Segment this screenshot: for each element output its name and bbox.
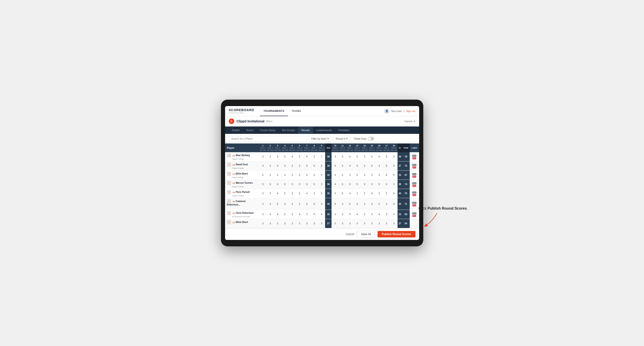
hole-10-score[interactable]: 3 bbox=[332, 219, 339, 228]
hole-12-score[interactable]: 3 bbox=[346, 162, 354, 171]
hole-15-score[interactable]: 5 bbox=[368, 162, 376, 171]
hole-17-score[interactable]: 6 bbox=[383, 171, 390, 180]
hole-11-score[interactable]: 5 bbox=[339, 189, 346, 198]
hole-2-score[interactable]: 3 bbox=[266, 219, 274, 228]
hole-12-score[interactable]: 3 bbox=[346, 219, 354, 228]
tab-printables[interactable]: Printables bbox=[335, 127, 353, 134]
hole-1-score[interactable]: 3 bbox=[259, 219, 266, 228]
hole-10-score[interactable]: 6 bbox=[332, 198, 339, 210]
hole-17-score[interactable]: 3 bbox=[383, 210, 390, 219]
hole-8-score[interactable]: 5 bbox=[310, 171, 318, 180]
hole-8-score[interactable]: 3 bbox=[310, 152, 318, 162]
hole-14-score[interactable]: 4 bbox=[361, 180, 368, 189]
hole-2-score[interactable]: 4 bbox=[266, 198, 274, 210]
cancel-tournament-btn[interactable]: Cancel ✕ bbox=[404, 120, 415, 123]
hole-17-score[interactable]: 5 bbox=[383, 189, 390, 198]
tab-course-setup[interactable]: Course Setup bbox=[257, 127, 279, 134]
hole-6-score[interactable]: 3 bbox=[296, 162, 303, 171]
hole-7-score[interactable]: 6 bbox=[303, 171, 310, 180]
tab-results[interactable]: Results bbox=[298, 127, 313, 134]
hole-16-score[interactable]: 5 bbox=[376, 198, 383, 210]
hole-7-score[interactable]: 6 bbox=[303, 152, 310, 162]
round-dropdown[interactable]: Round 3 ▾ bbox=[333, 136, 350, 142]
hole-10-score[interactable]: 4 bbox=[332, 180, 339, 189]
hole-9-score[interactable]: 3 bbox=[318, 219, 325, 228]
hole-4-score[interactable]: 5 bbox=[281, 189, 288, 198]
wd-badge[interactable]: WD bbox=[412, 173, 416, 175]
hole-6-score[interactable]: 3 bbox=[296, 152, 303, 162]
hole-13-score[interactable]: 3 bbox=[354, 189, 361, 198]
hole-1-score[interactable]: 3 bbox=[259, 210, 266, 219]
hole-9-score[interactable]: 4 bbox=[318, 210, 325, 219]
hole-2-score[interactable]: 4 bbox=[266, 210, 274, 219]
hole-1-score[interactable]: 4 bbox=[259, 198, 266, 210]
hole-2-score[interactable]: 3 bbox=[266, 180, 274, 189]
hole-13-score[interactable]: 4 bbox=[354, 210, 361, 219]
dq-badge[interactable]: DQ bbox=[412, 157, 416, 159]
hole-6-score[interactable]: 5 bbox=[296, 189, 303, 198]
hole-2-score[interactable]: 3 bbox=[266, 162, 274, 171]
hole-16-score[interactable]: 4 bbox=[376, 210, 383, 219]
hole-9-score[interactable]: 3 bbox=[318, 171, 325, 180]
hole-12-score[interactable]: 6 bbox=[346, 152, 354, 162]
hole-7-score[interactable]: 6 bbox=[303, 198, 310, 210]
hole-11-score[interactable]: 5 bbox=[339, 162, 346, 171]
hole-14-score[interactable]: 3 bbox=[361, 198, 368, 210]
filter-team-dropdown[interactable]: Filter by team ▾ bbox=[309, 136, 332, 142]
hole-12-score[interactable]: 3 bbox=[346, 171, 354, 180]
hole-4-score[interactable]: 3 bbox=[281, 219, 288, 228]
hole-6-score[interactable]: 3 bbox=[296, 171, 303, 180]
hole-1-score[interactable]: 3 bbox=[259, 189, 266, 198]
hole-18-score[interactable]: 3 bbox=[390, 210, 398, 219]
hole-18-score[interactable]: 5 bbox=[390, 171, 398, 180]
dq-badge[interactable]: DQ bbox=[412, 215, 416, 217]
hole-5-score[interactable]: 3 bbox=[288, 171, 296, 180]
save-all-button[interactable]: Save All bbox=[356, 231, 375, 238]
hole-18-score[interactable]: 3 bbox=[390, 180, 398, 189]
hole-9-score[interactable]: 3 bbox=[318, 180, 325, 189]
hole-4-score[interactable]: 4 bbox=[281, 162, 288, 171]
hole-5-score[interactable]: 3 bbox=[288, 162, 296, 171]
hole-11-score[interactable]: 5 bbox=[339, 152, 346, 162]
hole-7-score[interactable]: 4 bbox=[303, 189, 310, 198]
hole-14-score[interactable]: 3 bbox=[361, 171, 368, 180]
hole-3-score[interactable]: 3 bbox=[274, 219, 281, 228]
hole-17-score[interactable]: 4 bbox=[383, 198, 390, 210]
sign-out[interactable]: Sign out bbox=[406, 110, 415, 113]
hole-15-score[interactable]: 4 bbox=[368, 189, 376, 198]
hole-5-score[interactable]: 4 bbox=[288, 152, 296, 162]
hole-4-score[interactable]: 5 bbox=[281, 210, 288, 219]
wd-badge[interactable]: WD bbox=[412, 202, 416, 204]
hole-10-score[interactable]: 3 bbox=[332, 162, 339, 171]
hole-3-score[interactable]: 4 bbox=[274, 180, 281, 189]
hole-18-score[interactable]: 5 bbox=[390, 162, 398, 171]
hole-16-score[interactable]: 3 bbox=[376, 189, 383, 198]
hole-7-score[interactable]: 6 bbox=[303, 162, 310, 171]
hole-18-score[interactable]: 3 bbox=[390, 198, 398, 210]
hole-8-score[interactable]: 3 bbox=[310, 189, 318, 198]
tab-details[interactable]: Details bbox=[229, 127, 243, 134]
hole-15-score[interactable]: 5 bbox=[368, 152, 376, 162]
hole-14-score[interactable]: 5 bbox=[361, 189, 368, 198]
wd-badge[interactable]: WD bbox=[412, 191, 416, 193]
hole-1-score[interactable]: 5 bbox=[259, 180, 266, 189]
hole-2-score[interactable]: 3 bbox=[266, 189, 274, 198]
hole-4-score[interactable]: 4 bbox=[281, 171, 288, 180]
hole-15-score[interactable]: 3 bbox=[368, 210, 376, 219]
hole-17-score[interactable]: 5 bbox=[383, 152, 390, 162]
hole-13-score[interactable]: 5 bbox=[354, 171, 361, 180]
tab-teams[interactable]: Teams bbox=[243, 127, 256, 134]
hole-18-score[interactable]: 6 bbox=[390, 189, 398, 198]
hole-8-score[interactable]: 5 bbox=[310, 180, 318, 189]
hole-16-score[interactable]: 6 bbox=[376, 152, 383, 162]
hole-2-score[interactable]: 3 bbox=[266, 152, 274, 162]
tab-tee-groups[interactable]: Tee Groups bbox=[279, 127, 298, 134]
dq-badge[interactable]: DQ bbox=[412, 194, 416, 196]
hole-9-score[interactable]: 8 bbox=[318, 162, 325, 171]
hole-3-score[interactable]: 3 bbox=[274, 171, 281, 180]
hole-5-score[interactable]: 4 bbox=[288, 198, 296, 210]
dq-badge[interactable]: DQ bbox=[412, 204, 416, 206]
hole-11-score[interactable]: 5 bbox=[339, 180, 346, 189]
hole-14-score[interactable]: 3 bbox=[361, 219, 368, 228]
hole-4-score[interactable]: 5 bbox=[281, 180, 288, 189]
